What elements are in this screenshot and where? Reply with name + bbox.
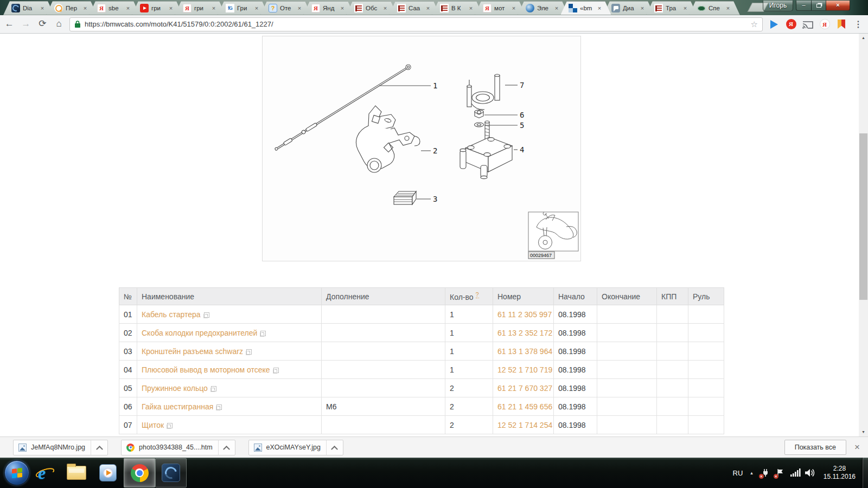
tray-expand-icon[interactable]: ▴ <box>750 470 753 476</box>
scrollbar-thumb[interactable] <box>859 133 867 300</box>
tab-close-icon[interactable]: × <box>425 5 431 11</box>
callout-4[interactable]: 4 <box>520 145 524 154</box>
power-status-icon[interactable]: × <box>761 468 770 478</box>
browser-tab[interactable]: Эле × <box>518 1 569 15</box>
download-item[interactable]: eXOciMAYseY.jpg <box>248 440 343 455</box>
part-name-link[interactable]: Щиток <box>142 421 164 429</box>
home-icon[interactable]: ⌂ <box>52 17 67 31</box>
browser-tab[interactable]: Оте × <box>260 1 311 15</box>
tab-close-icon[interactable]: × <box>682 5 688 11</box>
external-link-icon[interactable] <box>204 312 209 318</box>
maximize-button[interactable] <box>811 1 826 11</box>
part-number-link[interactable]: 12 52 1 710 719 <box>497 365 552 374</box>
play-extension-icon[interactable] <box>767 17 781 31</box>
external-link-icon[interactable] <box>246 349 252 355</box>
show-desktop-button[interactable] <box>862 458 868 488</box>
tab-close-icon[interactable]: × <box>82 5 88 11</box>
show-all-downloads-button[interactable]: Показать все <box>784 440 846 455</box>
browser-tab[interactable]: Диа × <box>603 1 654 15</box>
part-number-link[interactable]: 12 52 1 714 254 <box>497 421 552 429</box>
taskbar-clock[interactable]: 2:28 15.11.2016 <box>824 465 856 481</box>
close-downloads-bar-icon[interactable]: × <box>846 442 868 453</box>
scroll-down-icon[interactable]: ▼ <box>859 428 868 436</box>
back-icon[interactable]: ← <box>2 17 17 31</box>
browser-tab[interactable]: «bm × <box>560 1 611 15</box>
browser-tab[interactable]: Спе × <box>689 1 740 15</box>
tab-close-icon[interactable]: × <box>596 5 603 11</box>
tab-close-icon[interactable]: × <box>382 5 388 11</box>
minimize-button[interactable]: – <box>796 1 812 11</box>
taskbar-explorer[interactable] <box>61 458 92 487</box>
part-name-link[interactable]: Скоба колодки предохранителей <box>142 329 257 337</box>
taskbar-media-player[interactable] <box>92 458 124 487</box>
browser-tab[interactable]: Тра × <box>646 1 697 15</box>
bookmarks-flag-icon[interactable] <box>834 17 848 31</box>
forward-icon[interactable]: → <box>19 17 34 31</box>
network-signal-icon[interactable] <box>790 468 800 478</box>
cast-icon[interactable] <box>801 17 815 31</box>
browser-tab[interactable]: Саа × <box>389 1 440 15</box>
yandex-extension-icon[interactable]: Я <box>784 17 798 31</box>
callout-1[interactable]: 1 <box>433 81 437 90</box>
part-number-link[interactable]: 61 11 2 305 997 <box>497 310 552 319</box>
download-chevron-icon[interactable] <box>327 440 343 455</box>
browser-tab[interactable]: В К × <box>432 1 483 15</box>
browser-tab[interactable]: sbe × <box>89 1 140 15</box>
part-number-link[interactable]: 61 13 2 352 172 <box>497 329 552 337</box>
callout-7[interactable]: 7 <box>520 81 524 89</box>
tab-close-icon[interactable]: × <box>168 5 174 11</box>
callout-3[interactable]: 3 <box>433 195 437 203</box>
callout-2[interactable]: 2 <box>433 146 437 155</box>
reload-icon[interactable]: ⟳ <box>35 17 50 31</box>
part-name-link[interactable]: Кабель стартера <box>142 310 201 319</box>
tab-close-icon[interactable]: × <box>39 5 46 11</box>
tab-close-icon[interactable]: × <box>639 5 646 11</box>
yandex-white-extension-icon[interactable]: Я <box>818 17 832 31</box>
download-item[interactable]: JeMfAq8NMro.jpg <box>13 440 108 455</box>
address-bar[interactable]: https://bmwcats.com/moto/K41/51579/0:0:2… <box>69 17 763 31</box>
browser-tab[interactable]: Янд × <box>303 1 354 15</box>
bookmark-star-icon[interactable]: ☆ <box>751 20 758 29</box>
callout-5[interactable]: 5 <box>520 121 524 130</box>
tab-close-icon[interactable]: × <box>553 5 560 11</box>
download-chevron-icon[interactable] <box>91 440 107 455</box>
part-number-link[interactable]: 61 21 7 670 327 <box>497 384 552 393</box>
part-name-link[interactable]: Пружинное кольцо <box>142 384 208 393</box>
tab-close-icon[interactable]: × <box>468 5 474 11</box>
vertical-scrollbar[interactable]: ▲ ▼ <box>859 34 868 436</box>
tab-close-icon[interactable]: × <box>725 5 731 11</box>
part-name-link[interactable]: Плюсовой вывод в моторном отсеке <box>142 365 270 374</box>
tab-close-icon[interactable]: × <box>510 5 517 11</box>
callout-6[interactable]: 6 <box>520 111 524 119</box>
taskbar-app-swirl[interactable] <box>155 458 187 487</box>
external-link-icon[interactable] <box>260 331 266 336</box>
tab-close-icon[interactable]: × <box>125 5 131 11</box>
browser-tab[interactable]: Dia × <box>3 1 54 15</box>
windows-user-button[interactable]: Игорь <box>763 1 793 11</box>
tab-close-icon[interactable]: × <box>210 5 217 11</box>
taskbar-chrome[interactable] <box>124 458 155 487</box>
external-link-icon[interactable] <box>273 368 279 373</box>
taskbar-internet-explorer[interactable]: e <box>29 458 61 487</box>
part-number-link[interactable]: 61 13 1 378 964 <box>497 347 552 356</box>
start-button[interactable] <box>4 460 29 485</box>
browser-tab[interactable]: гри × <box>132 1 183 15</box>
tab-close-icon[interactable]: × <box>253 5 260 11</box>
part-name-link[interactable]: Гайка шестигранная <box>142 402 213 411</box>
action-center-flag-icon[interactable]: × <box>775 468 785 478</box>
url-text[interactable]: https://bmwcats.com/moto/K41/51579/0:0:2… <box>85 20 751 28</box>
browser-tab[interactable]: гри × <box>175 1 226 15</box>
browser-tab[interactable]: мот × <box>475 1 526 15</box>
volume-icon[interactable] <box>805 468 814 478</box>
menu-icon[interactable]: ⋮ <box>851 17 865 31</box>
browser-tab[interactable]: Гри × <box>218 1 269 15</box>
download-item[interactable]: photo3934388_45....htm <box>121 440 235 455</box>
tab-close-icon[interactable]: × <box>339 5 346 11</box>
close-button[interactable]: × <box>826 1 850 11</box>
part-name-link[interactable]: Кронштейн разъема schwarz <box>142 347 243 356</box>
language-indicator[interactable]: RU <box>733 469 743 477</box>
browser-tab[interactable]: Обс × <box>346 1 397 15</box>
part-number-link[interactable]: 61 21 1 459 656 <box>497 402 552 411</box>
tab-close-icon[interactable]: × <box>296 5 303 11</box>
browser-tab[interactable]: Пер × <box>46 1 97 15</box>
